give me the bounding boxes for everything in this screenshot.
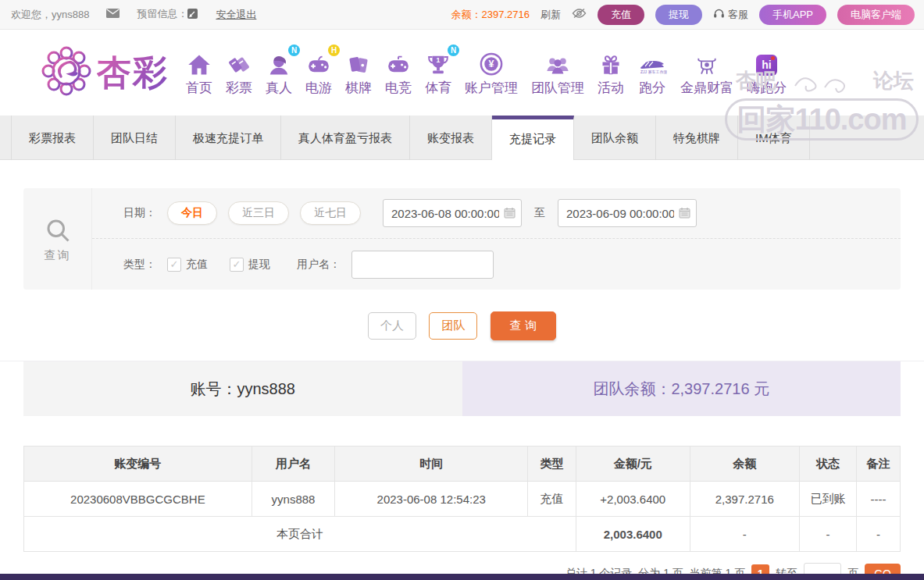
eye-off-icon[interactable]	[572, 8, 587, 21]
balance-text: 余额：2397.2716	[451, 8, 530, 22]
rhino-logo-icon: ZJJ 赛车工作室	[637, 49, 667, 76]
topbar-right: 余额：2397.2716 刷新 充值 提现 客服 手机APP 电脑客户端	[441, 5, 915, 25]
nav-label: 电竞	[385, 79, 412, 97]
type-label: 类型：	[123, 258, 156, 272]
nav-label: 金鼎财富	[680, 79, 733, 97]
table-row: 20230608VBBGCGCBHE yyns888 2023-06-08 12…	[24, 482, 901, 517]
filter-panel: 查询 日期： 今日 近三日 近七日 至 类型： ✓	[23, 188, 901, 290]
brand-name: 杏彩	[97, 50, 169, 96]
edit-icon[interactable]	[187, 9, 198, 22]
nav-item-lottery[interactable]: 彩票	[226, 49, 252, 97]
deposit-button[interactable]: 充值	[598, 5, 644, 25]
nav-label: 活动	[598, 79, 624, 97]
nav-item-team-mgmt[interactable]: 团队管理	[531, 49, 584, 97]
to-label: 至	[534, 206, 545, 220]
username-input[interactable]	[351, 251, 494, 279]
cards-icon	[348, 49, 369, 76]
action-buttons: 个人 团队 查 询	[0, 311, 924, 340]
nav-item-account-mgmt[interactable]: ¥ 账户管理	[465, 49, 518, 97]
tab-live-sports-pl[interactable]: 真人体育盈亏报表	[281, 116, 410, 160]
brand-logo[interactable]: 杏彩	[41, 45, 169, 100]
calendar-icon[interactable]	[679, 207, 690, 219]
svg-text:ZJJ 赛车工作室: ZJJ 赛车工作室	[640, 69, 667, 74]
nav-item-sports[interactable]: 1 N 体育	[425, 49, 451, 97]
welcome-text: 欢迎您，yyns888	[11, 8, 89, 22]
nav-label: 跑分	[639, 79, 665, 97]
type-filter-row: 类型： ✓ 充值 ✓ 提现 用户名：	[92, 239, 901, 290]
gamepad-icon: H	[307, 49, 330, 76]
nav-item-cards[interactable]: 棋牌	[345, 49, 372, 97]
date-from-input[interactable]	[383, 199, 522, 227]
yuan-coin-icon: ¥	[480, 49, 503, 76]
table-summary-row: 本页合计 2,003.6400 - - -	[24, 517, 901, 552]
customer-service[interactable]: 客服	[713, 8, 748, 22]
tab-quick-orders[interactable]: 极速充提订单	[176, 116, 281, 160]
col-header-time: 时间	[335, 447, 528, 482]
deposit-checkbox[interactable]: ✓	[167, 258, 181, 272]
nav-item-paofen[interactable]: ZJJ 赛车工作室 跑分	[637, 49, 667, 97]
gift-icon	[600, 49, 622, 76]
query-button[interactable]: 查 询	[491, 311, 556, 340]
nav-item-haipaofen[interactable]: hi 嗨跑分	[747, 49, 787, 97]
nav-label: 嗨跑分	[747, 79, 787, 97]
withdraw-checkbox[interactable]: ✓	[230, 258, 244, 272]
logout-link[interactable]: 安全退出	[216, 8, 256, 22]
mobile-app-button[interactable]: 手机APP	[759, 5, 826, 25]
query-zone-label: 查询	[45, 248, 71, 263]
col-header-status: 状态	[799, 447, 856, 482]
customer-service-label: 客服	[728, 8, 748, 22]
date-to-input[interactable]	[558, 199, 697, 227]
table-header-row: 账变编号 用户名 时间 类型 金额/元 余额 状态 备注	[24, 447, 901, 482]
calendar-icon[interactable]	[504, 207, 516, 219]
hi-app-icon: hi	[756, 49, 777, 76]
ding-vessel-icon	[696, 49, 718, 76]
nav-item-promotions[interactable]: 活动	[598, 49, 624, 97]
username-label: 用户名：	[297, 258, 341, 272]
svg-text:1: 1	[437, 55, 441, 63]
nav-label: 真人	[266, 79, 292, 97]
reserved-info: 预留信息：	[137, 7, 198, 21]
tab-team-balance[interactable]: 团队余额	[574, 116, 656, 160]
account-summary-bar: 账号：yyns888 团队余额：2,397.2716 元	[23, 361, 901, 416]
cell-status: 已到账	[799, 482, 856, 517]
summary-balance: -	[690, 517, 799, 552]
cell-type: 充值	[528, 482, 576, 517]
cell-username: yyns888	[252, 482, 335, 517]
cell-balance: 2,397.2716	[690, 482, 799, 517]
withdraw-checkbox-label[interactable]: 提现	[248, 258, 270, 272]
tab-account-change[interactable]: 账变报表	[410, 116, 492, 160]
nav-label: 首页	[186, 79, 212, 97]
mail-icon[interactable]	[106, 9, 120, 20]
nav-item-esports[interactable]: 电竞	[385, 49, 412, 97]
nav-label: 账户管理	[465, 79, 518, 97]
tab-deposit-withdraw-records[interactable]: 充提记录	[492, 116, 574, 160]
tab-team-daily[interactable]: 团队日结	[94, 116, 176, 160]
quick-range-3days[interactable]: 近三日	[228, 201, 289, 225]
personal-button[interactable]: 个人	[368, 312, 416, 340]
date-label: 日期：	[123, 206, 156, 220]
tab-im-sports[interactable]: IM体育	[738, 116, 810, 160]
nav-item-home[interactable]: 首页	[186, 49, 212, 97]
topbar: 欢迎您，yyns888 预留信息： 安全退出 余额：2397.2716 刷新 充…	[0, 0, 924, 30]
watermark-text-2: 论坛	[873, 67, 914, 94]
deposit-checkbox-label[interactable]: 充值	[186, 258, 208, 272]
tab-tetu-cards[interactable]: 特兔棋牌	[656, 116, 738, 160]
filter-fields: 日期： 今日 近三日 近七日 至 类型： ✓ 充值 ✓ 提现	[92, 188, 901, 290]
refresh-link[interactable]: 刷新	[540, 8, 561, 22]
team-button[interactable]: 团队	[429, 312, 477, 340]
hot-badge: H	[328, 44, 340, 56]
account-name: 账号：yyns888	[23, 361, 462, 416]
query-icon-zone: 查询	[23, 188, 92, 290]
nav-label: 体育	[425, 79, 451, 97]
withdraw-button[interactable]: 提现	[655, 5, 702, 25]
nav-item-jinding[interactable]: 金鼎财富	[680, 49, 733, 97]
svg-text:¥: ¥	[489, 59, 494, 69]
pc-client-button[interactable]: 电脑客户端	[837, 5, 915, 25]
cell-record-id: 20230608VBBGCGCBHE	[24, 482, 252, 517]
tab-lottery-report[interactable]: 彩票报表	[11, 116, 94, 160]
col-header-type: 类型	[528, 447, 576, 482]
nav-item-live[interactable]: N 真人	[266, 49, 292, 97]
quick-range-today[interactable]: 今日	[167, 201, 217, 225]
nav-item-egames[interactable]: H 电游	[305, 49, 332, 97]
quick-range-7days[interactable]: 近七日	[300, 201, 361, 225]
